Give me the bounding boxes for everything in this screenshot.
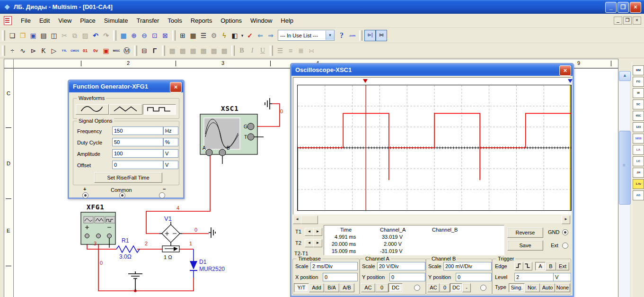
misc-family-icon[interactable]: MISC bbox=[111, 45, 122, 56]
bold-icon[interactable]: B bbox=[237, 45, 247, 56]
menu-options[interactable]: Options bbox=[216, 16, 246, 26]
indicators-family-icon[interactable]: ▣ bbox=[101, 45, 111, 56]
trigger-ext-button[interactable]: Ext bbox=[556, 262, 569, 270]
forward-annotate-icon[interactable]: ⇒ bbox=[265, 30, 276, 41]
v1-source[interactable]: V1 bbox=[159, 215, 182, 246]
channel-a-ypos-input[interactable]: 0 bbox=[389, 273, 425, 281]
align-center-icon[interactable]: ≡ bbox=[285, 45, 296, 56]
align-right-icon[interactable]: ≣ bbox=[296, 45, 306, 56]
in-use-list-dropdown-icon[interactable]: ▾ bbox=[326, 31, 334, 40]
oscilloscope-title-bar[interactable]: Oscilloscope-XSC1 × bbox=[291, 64, 573, 76]
menu-place[interactable]: Place bbox=[76, 16, 100, 26]
component-wizard-icon[interactable]: ⚙ bbox=[209, 30, 219, 41]
word-generator-icon[interactable]: 1010 bbox=[633, 134, 644, 144]
menu-help[interactable]: Help bbox=[276, 16, 298, 26]
menu-edit[interactable]: Edit bbox=[35, 16, 54, 26]
paste-icon[interactable]: ▨ bbox=[80, 30, 90, 41]
restore-button[interactable]: ❐ bbox=[618, 2, 629, 13]
save-icon[interactable]: ▣ bbox=[28, 30, 38, 41]
toolbar-grip[interactable] bbox=[231, 45, 235, 56]
in-use-list-combo[interactable]: --- In Use List --- ▾ bbox=[278, 30, 335, 41]
zoom-area-icon[interactable]: ⊡ bbox=[150, 30, 160, 41]
open-file-icon[interactable]: ❐ bbox=[18, 30, 28, 41]
channel-b-dc-button[interactable]: DC bbox=[450, 283, 462, 292]
oscilloscope-horizontal-scrollbar[interactable]: ◄ ► bbox=[293, 216, 570, 223]
d1-diode[interactable]: D1 MUR2520 bbox=[190, 249, 225, 278]
cmos-family-icon[interactable]: CMOS bbox=[70, 45, 80, 56]
wattmeter-icon[interactable]: W bbox=[633, 88, 644, 98]
xsc1-terminal-t[interactable] bbox=[247, 134, 254, 140]
scroll-right-icon[interactable]: ► bbox=[562, 216, 570, 224]
minimize-button[interactable]: _ bbox=[605, 2, 617, 13]
oscilloscope-icon[interactable]: SC bbox=[633, 99, 644, 109]
falling-edge-icon[interactable] bbox=[523, 262, 532, 270]
channel-a-ac-button[interactable]: AC bbox=[361, 283, 375, 292]
graphic-annotation-icon-3[interactable]: ▩ bbox=[188, 45, 198, 56]
channel-b-minus-button[interactable]: - bbox=[462, 283, 471, 292]
diode-family-icon[interactable]: ⊳ bbox=[28, 45, 38, 56]
agilent-function-generator-icon[interactable]: AG bbox=[633, 190, 644, 200]
in-use-diode-2-icon[interactable]: ⋈ bbox=[376, 30, 387, 41]
database-manager-icon[interactable]: ☰ bbox=[198, 30, 209, 41]
channel-a-zero-button[interactable]: 0 bbox=[375, 283, 388, 292]
in-use-diode-1-icon[interactable]: ⊳| bbox=[364, 30, 376, 41]
t2-left-icon[interactable]: ◄ bbox=[305, 239, 314, 247]
channel-b-ypos-input[interactable]: 0 bbox=[456, 273, 492, 281]
function-generator-close-icon[interactable]: × bbox=[170, 82, 182, 92]
minus-terminal-radio[interactable] bbox=[159, 192, 165, 198]
ext-radio[interactable] bbox=[562, 243, 568, 249]
t1-left-icon[interactable]: ◄ bbox=[305, 228, 314, 236]
trigger-sing-button[interactable]: Sing. bbox=[509, 283, 525, 292]
duty-cycle-input[interactable]: 50 bbox=[112, 138, 163, 146]
ttl-family-icon[interactable]: TTL bbox=[59, 45, 70, 56]
toolbar-grip[interactable] bbox=[2, 30, 5, 41]
graphic-annotation-icon-1[interactable]: ▩ bbox=[167, 45, 177, 56]
transistor-family-icon[interactable]: Ƙ bbox=[38, 45, 49, 56]
basic-family-icon[interactable]: ∿ bbox=[18, 45, 28, 56]
menu-simulate[interactable]: Simulate bbox=[100, 16, 132, 26]
function-generator-icon[interactable]: FG bbox=[633, 77, 644, 87]
menu-transfer[interactable]: Transfer bbox=[132, 16, 163, 26]
t2-right-icon[interactable]: ► bbox=[313, 239, 322, 247]
hierarchy-icon[interactable]: ⊞ bbox=[177, 30, 188, 41]
ab-button[interactable]: A/B bbox=[339, 283, 354, 292]
reverse-button[interactable]: Reverse bbox=[507, 227, 543, 238]
logic-analyzer-icon[interactable]: LA bbox=[633, 145, 644, 155]
toolbar-grip[interactable] bbox=[359, 30, 362, 41]
t1-right-icon[interactable]: ► bbox=[313, 228, 322, 236]
oscilloscope-window[interactable]: Oscilloscope-XSC1 × ◄ ► T1 ◄ ► T2 ◄ ► T2… bbox=[290, 63, 574, 297]
menu-window[interactable]: Window bbox=[246, 16, 276, 26]
amplitude-input[interactable]: 100 bbox=[112, 149, 163, 158]
trigger-none-button[interactable]: None bbox=[555, 283, 570, 292]
channel-b-ac-button[interactable]: AC bbox=[427, 283, 440, 292]
print-icon[interactable]: ▤ bbox=[38, 30, 49, 41]
zoom-full-icon[interactable]: ⊠ bbox=[160, 30, 170, 41]
mixed-family-icon[interactable]: 0v bbox=[90, 45, 101, 56]
copy-icon[interactable]: ⧉ bbox=[70, 30, 80, 41]
toolbar-grip[interactable] bbox=[2, 45, 5, 56]
cursor-t1-marker[interactable] bbox=[363, 79, 368, 83]
gnd-radio[interactable] bbox=[562, 229, 568, 235]
scroll-left-icon[interactable]: ◄ bbox=[293, 216, 301, 224]
trigger-a-button[interactable]: A bbox=[535, 262, 546, 270]
frequency-input[interactable]: 150 bbox=[112, 126, 163, 135]
zoom-out-icon[interactable]: ⊖ bbox=[139, 30, 150, 41]
trigger-level-input[interactable]: 2 bbox=[514, 273, 555, 281]
multimeter-icon[interactable]: MM bbox=[633, 65, 644, 75]
align-list-icon[interactable]: ∺ bbox=[306, 45, 317, 56]
hierarchical-block-icon[interactable]: ⊟ bbox=[139, 45, 150, 56]
canvas-vertical-scrollbar[interactable]: ▲ bbox=[619, 71, 630, 297]
logic-converter-icon[interactable]: LC bbox=[633, 156, 644, 166]
toolbar-grip[interactable] bbox=[134, 45, 137, 56]
channel-b-scale-input[interactable]: 200 mV/Div bbox=[443, 262, 492, 270]
zoom-in-icon[interactable]: ⊕ bbox=[129, 30, 139, 41]
spreadsheet-view-icon[interactable]: ▦ bbox=[188, 30, 198, 41]
erc-check-icon[interactable]: ✓ bbox=[245, 30, 255, 41]
timebase-scale-input[interactable]: 2 ms/Div bbox=[310, 262, 358, 270]
scroll-up-icon[interactable]: ▲ bbox=[619, 71, 631, 81]
square-wave-button[interactable] bbox=[143, 104, 176, 115]
add-button[interactable]: Add bbox=[309, 283, 324, 292]
xsc1-terminal-g[interactable] bbox=[247, 123, 254, 130]
mdi-minimize-button[interactable]: _ bbox=[614, 17, 622, 25]
underline-icon[interactable]: U bbox=[257, 45, 268, 56]
